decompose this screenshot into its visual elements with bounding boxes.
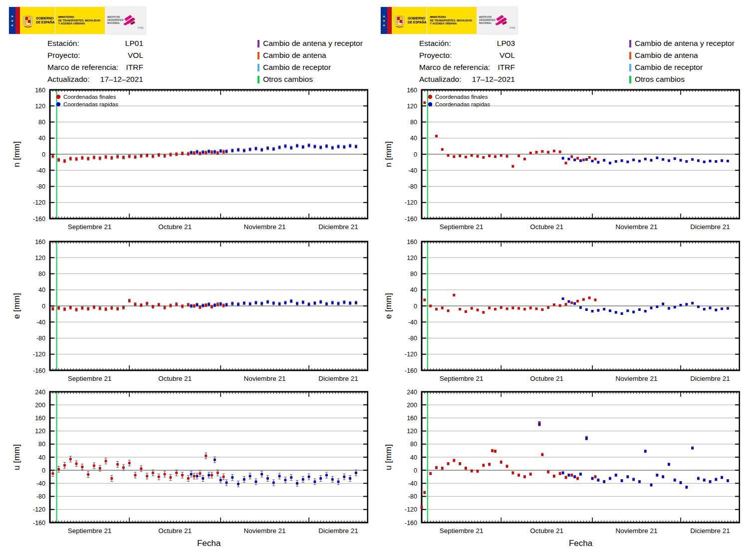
chart-e-lp03: -160-120-80-4004080120160Septiembre 21Oc…	[383, 239, 740, 387]
legend-label: Cambio de antena y receptor	[635, 39, 735, 48]
svg-text:0: 0	[42, 467, 45, 474]
svg-text:40: 40	[410, 286, 417, 293]
svg-text:Octubre 21: Octubre 21	[158, 223, 192, 231]
svg-text:40: 40	[38, 286, 45, 293]
svg-text:0: 0	[414, 467, 417, 474]
svg-text:80: 80	[410, 271, 417, 277]
svg-text:Coordenadas finales: Coordenadas finales	[435, 94, 488, 100]
station-value: LP03	[497, 39, 515, 48]
project-label: Proyecto:	[419, 51, 452, 60]
svg-text:-80: -80	[408, 493, 417, 500]
project-value: VOL	[128, 51, 143, 60]
updated-label: Actualizado:	[47, 75, 89, 84]
svg-text:e [mm]: e [mm]	[12, 293, 21, 319]
svg-text:-160: -160	[405, 216, 417, 223]
updated-label: Actualizado:	[419, 75, 461, 84]
svg-text:240: 240	[407, 389, 417, 396]
gnss-timeseries-report: { "logo": { "gov_line1": "GOBIERNO", "go…	[0, 0, 756, 548]
gobierno-ign-logo: ★★★ GOBIERNODE ESPAÑA MINISTERIODE TRANS…	[9, 7, 146, 34]
svg-text:Noviembre 21: Noviembre 21	[616, 527, 658, 535]
svg-text:Noviembre 21: Noviembre 21	[616, 223, 658, 231]
svg-text:Octubre 21: Octubre 21	[530, 527, 563, 535]
legend-label: Cambio de receptor	[635, 63, 703, 72]
gobierno-ign-logo: ★★★ GOBIERNODE ESPAÑA MINISTERIODE TRANS…	[381, 7, 517, 34]
chart-u-lp01: -160-120-80-4004080120160200240Septiembr…	[11, 389, 368, 548]
station-panel-lp03: ★★★ GOBIERNODE ESPAÑA MINISTERIODE TRANS…	[381, 0, 753, 548]
svg-text:Diciembre 21: Diciembre 21	[690, 375, 730, 382]
legend-item-antena-receptor: Cambio de antena y receptor	[629, 37, 735, 49]
legend-label: Cambio de receptor	[263, 63, 331, 72]
gobierno-text: GOBIERNODE ESPAÑA	[36, 16, 54, 24]
legend-item-receptor: Cambio de receptor	[257, 61, 363, 73]
event-legend: Cambio de antena y receptor Cambio de an…	[629, 37, 735, 85]
svg-text:n [mm]: n [mm]	[384, 141, 393, 167]
frame-value: ITRF	[498, 63, 515, 72]
svg-text:160: 160	[35, 87, 45, 94]
svg-text:-40: -40	[36, 167, 45, 174]
svg-text:Septiembre 21: Septiembre 21	[440, 223, 484, 231]
svg-text:0: 0	[42, 151, 45, 158]
logo-divider	[427, 7, 427, 34]
svg-text:80: 80	[38, 441, 45, 448]
cnig-logo-icon	[492, 12, 509, 29]
legend-color-bar	[629, 52, 631, 59]
project-value: VOL	[500, 51, 515, 60]
chart-u-lp03: -160-120-80-4004080120160200240Septiembr…	[383, 389, 740, 548]
eu-flag-stripe: ★★★	[9, 7, 15, 34]
svg-text:-160: -160	[405, 367, 417, 374]
legend-item-otros: Otros cambios	[629, 73, 735, 85]
svg-text:40: 40	[38, 454, 45, 461]
gobierno-text: GOBIERNODE ESPAÑA	[408, 16, 426, 24]
legend-color-bar	[257, 64, 259, 71]
legend-label: Cambio de antena	[263, 51, 326, 60]
station-value: LP01	[125, 39, 143, 48]
chart-e-lp01: -160-120-80-4004080120160Septiembre 21Oc…	[11, 239, 368, 387]
svg-text:-80: -80	[408, 183, 417, 190]
svg-text:-120: -120	[33, 351, 45, 358]
svg-text:e [mm]: e [mm]	[384, 293, 393, 319]
legend-item-antena-receptor: Cambio de antena y receptor	[257, 37, 363, 49]
info-row-updated: Actualizado: 17–12–2021	[419, 73, 515, 85]
svg-text:0: 0	[42, 303, 45, 310]
chart-n-lp03: -160-120-80-4004080120160Septiembre 21Oc…	[383, 87, 740, 236]
svg-text:120: 120	[407, 255, 417, 262]
svg-text:Octubre 21: Octubre 21	[530, 375, 563, 382]
gobierno-box: GOBIERNODE ESPAÑA MINISTERIODE TRANSPORT…	[20, 7, 105, 34]
updated-value: 17–12–2021	[100, 75, 143, 84]
frame-value: ITRF	[126, 63, 143, 72]
legend-color-bar	[257, 40, 259, 47]
svg-text:-120: -120	[405, 506, 417, 513]
svg-text:-160: -160	[33, 367, 45, 374]
svg-text:160: 160	[35, 239, 45, 246]
svg-text:Noviembre 21: Noviembre 21	[244, 527, 286, 535]
svg-text:-160: -160	[33, 216, 45, 223]
spain-flag-stripe	[15, 7, 20, 34]
svg-text:Diciembre 21: Diciembre 21	[690, 223, 730, 231]
updated-value: 17–12–2021	[472, 75, 515, 84]
frame-label: Marco de referencia:	[47, 63, 118, 72]
legend-item-receptor: Cambio de receptor	[629, 61, 735, 73]
frame-label: Marco de referencia:	[419, 63, 490, 72]
info-row-project: Proyecto: VOL	[47, 49, 143, 61]
info-row-updated: Actualizado: 17–12–2021	[47, 73, 143, 85]
spain-flag-stripe	[387, 7, 392, 34]
ign-text: INSTITUTOGEOGRÁFICONACIONAL	[479, 16, 492, 25]
station-label: Estación:	[47, 39, 79, 48]
svg-text:40: 40	[410, 454, 417, 461]
cnig-logo-icon	[120, 12, 137, 29]
legend-item-antena: Cambio de antena	[629, 49, 735, 61]
svg-text:Septiembre 21: Septiembre 21	[68, 223, 112, 231]
svg-text:-40: -40	[408, 319, 417, 326]
svg-text:80: 80	[410, 119, 417, 126]
svg-text:-40: -40	[36, 480, 45, 487]
svg-text:240: 240	[35, 389, 45, 396]
svg-text:160: 160	[407, 87, 417, 94]
legend-color-bar	[629, 64, 631, 71]
spain-coat-of-arms-icon	[394, 13, 406, 28]
legend-label: Cambio de antena	[635, 51, 698, 60]
svg-text:-80: -80	[36, 335, 45, 342]
svg-text:0: 0	[414, 151, 417, 158]
logo-divider	[55, 7, 55, 34]
svg-text:-160: -160	[405, 520, 417, 527]
legend-label: Otros cambios	[263, 75, 313, 84]
